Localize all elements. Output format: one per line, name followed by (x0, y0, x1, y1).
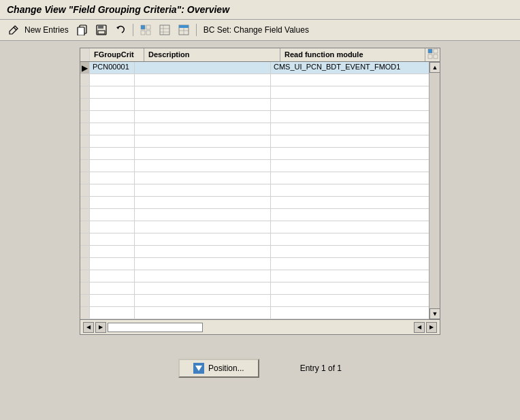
table-row[interactable] (80, 148, 429, 160)
scroll-right-button-2[interactable]: ▶ (426, 322, 437, 333)
table-row[interactable] (80, 111, 429, 123)
table-row[interactable] (80, 282, 429, 295)
svg-marker-5 (116, 27, 119, 29)
row-selector (80, 197, 90, 208)
footer-left: ◀ ▶ (80, 321, 206, 334)
vertical-scrollbar[interactable]: ▲ ▼ (429, 62, 440, 319)
cell-read-function (271, 135, 429, 147)
table-button[interactable] (176, 22, 192, 37)
cell-fgroupcrit (90, 246, 135, 257)
header-description: Description (144, 48, 280, 61)
scroll-track (429, 73, 440, 308)
cell-fgroupcrit (90, 209, 135, 221)
cell-fgroupcrit (90, 233, 135, 245)
cell-fgroupcrit (90, 99, 135, 110)
copy-icon (76, 24, 88, 36)
row-selector (80, 258, 90, 270)
svg-rect-1 (78, 27, 84, 35)
scroll-down-button[interactable]: ▼ (429, 308, 440, 319)
table-row[interactable] (80, 209, 429, 221)
header-icon-cell[interactable] (425, 48, 440, 61)
cell-read-function (271, 74, 429, 86)
table-row[interactable] (80, 295, 429, 307)
table-row[interactable] (80, 270, 429, 282)
edit-icon-button[interactable] (5, 22, 22, 37)
undo-button[interactable] (112, 22, 129, 37)
table-row[interactable] (80, 307, 429, 319)
table-icon (178, 24, 190, 36)
table-row[interactable] (80, 233, 429, 246)
table-row[interactable] (80, 160, 429, 172)
header-read-function: Read function module (280, 48, 425, 61)
table-row[interactable] (80, 74, 429, 86)
svg-rect-20 (428, 54, 432, 59)
cell-description (135, 111, 271, 123)
save-button[interactable] (93, 22, 110, 37)
scroll-left-button[interactable]: ◀ (83, 322, 94, 333)
table-row[interactable] (80, 246, 429, 258)
svg-rect-15 (179, 25, 189, 28)
cell-read-function (271, 282, 429, 294)
row-selector-header (80, 48, 90, 61)
scroll-left-button-2[interactable]: ◀ (414, 322, 425, 333)
table-row[interactable] (80, 221, 429, 233)
row-selector (80, 246, 90, 257)
svg-rect-3 (98, 25, 103, 29)
row-selector (80, 86, 90, 98)
cell-fgroupcrit-1: PCN00001 (90, 62, 135, 74)
cell-description (135, 270, 271, 282)
scroll-up-button[interactable]: ▲ (429, 62, 440, 73)
position-button[interactable]: Position... (178, 359, 259, 378)
cell-read-function (271, 197, 429, 208)
cell-read-function (271, 148, 429, 159)
svg-rect-7 (146, 25, 150, 29)
table-container: FGroupCrit Description Read function mod… (80, 48, 440, 335)
scroll-right-button[interactable]: ▶ (95, 322, 106, 333)
row-selector (80, 233, 90, 245)
copy-button[interactable] (74, 22, 91, 37)
cell-fgroupcrit (90, 295, 135, 306)
cell-read-function (271, 258, 429, 270)
table-row[interactable] (80, 258, 429, 270)
select-icon-2 (159, 24, 171, 36)
entry-info: Entry 1 of 1 (300, 364, 342, 373)
cell-fgroupcrit (90, 111, 135, 123)
cell-description (135, 160, 271, 172)
row-selector (80, 221, 90, 233)
cell-fgroupcrit (90, 307, 135, 319)
horizontal-scroll-track[interactable] (108, 323, 203, 332)
table-row[interactable] (80, 135, 429, 148)
cell-description (135, 123, 271, 135)
cell-description (135, 246, 271, 257)
cell-read-function (271, 99, 429, 110)
table-row[interactable] (80, 123, 429, 135)
separator-1 (133, 24, 133, 36)
svg-rect-21 (434, 54, 438, 59)
table-row[interactable] (80, 197, 429, 209)
cell-description (135, 99, 271, 110)
cell-fgroupcrit (90, 123, 135, 135)
cell-description (135, 135, 271, 147)
bc-set-label: BC Set: Change Field Values (204, 25, 309, 35)
position-label: Position... (208, 364, 244, 373)
table-row[interactable]: ▶ PCN00001 CMS_UI_PCN_BDT_EVENT_FMOD1 (80, 62, 429, 74)
footer-right: ◀ ▶ (411, 321, 440, 334)
select-button-1[interactable] (137, 22, 154, 37)
cell-fgroupcrit (90, 74, 135, 86)
svg-rect-9 (146, 31, 150, 35)
cell-read-function (271, 233, 429, 245)
cell-description (135, 197, 271, 208)
undo-icon (114, 24, 127, 36)
table-row[interactable] (80, 184, 429, 197)
column-settings-icon[interactable] (427, 48, 438, 61)
svg-rect-19 (434, 49, 438, 53)
table-row[interactable] (80, 86, 429, 99)
row-selector (80, 184, 90, 196)
table-row[interactable] (80, 99, 429, 111)
table-row[interactable] (80, 172, 429, 184)
toolbar: New Entries (0, 20, 520, 41)
cell-description (135, 74, 271, 86)
cell-fgroupcrit (90, 258, 135, 270)
select-button-2[interactable] (157, 22, 173, 37)
cell-description (135, 148, 271, 159)
